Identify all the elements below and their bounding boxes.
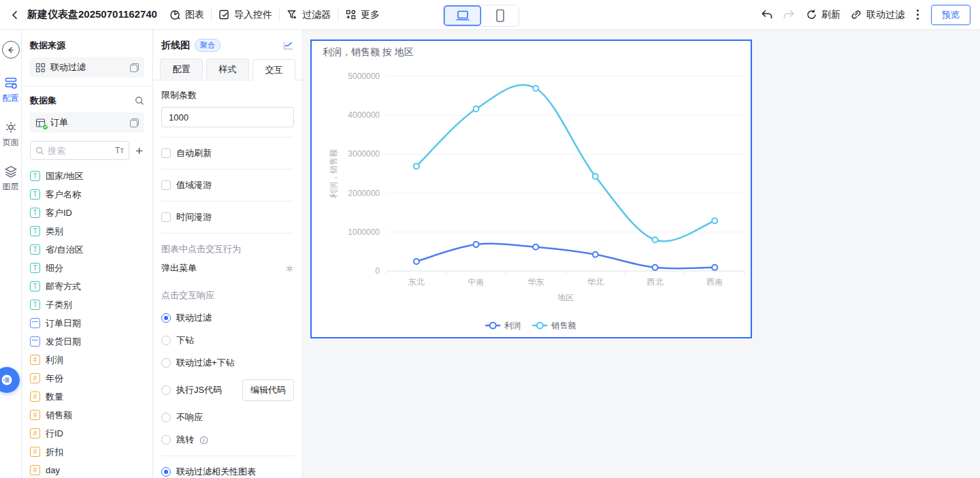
field-row[interactable]: 销售额: [30, 406, 144, 424]
field-row[interactable]: 年份: [30, 369, 144, 387]
edit-code-button[interactable]: 编辑代码: [242, 379, 294, 401]
more-button-label: 更多: [361, 9, 380, 21]
dataset-title: 数据集: [30, 95, 56, 107]
checkbox-icon[interactable]: [161, 212, 171, 222]
check-badge-icon: [42, 124, 48, 130]
linkage-filter-button[interactable]: 联动过滤: [850, 9, 904, 21]
filter-button-label: 过滤器: [302, 9, 331, 21]
field-row[interactable]: 国家/地区: [30, 167, 144, 185]
text-field-icon: [30, 300, 40, 310]
data-source-item[interactable]: 联动过滤: [30, 57, 144, 78]
radio-label: 联动过滤+下钻: [176, 357, 235, 369]
more-widgets-icon: [345, 9, 357, 20]
data-source-item-label: 联动过滤: [50, 61, 125, 74]
radio-drill-down[interactable]: 下钻: [161, 334, 294, 347]
radio-linkage-plus-drill[interactable]: 联动过滤+下钻: [161, 357, 294, 369]
data-source-header: 数据来源: [30, 39, 144, 52]
refresh-button[interactable]: 刷新: [806, 9, 840, 21]
chart-button-label: 图表: [185, 9, 204, 21]
divider: [161, 137, 294, 138]
tab-interaction[interactable]: 交互: [252, 59, 295, 80]
preview-button[interactable]: 预览: [931, 5, 970, 25]
rail-item-config[interactable]: 配置: [3, 76, 19, 104]
field-row[interactable]: 客户ID: [30, 204, 144, 222]
radio-icon[interactable]: [161, 358, 171, 368]
info-icon[interactable]: [199, 436, 208, 445]
checkbox-icon[interactable]: [161, 148, 171, 158]
chart-button[interactable]: 图表: [169, 9, 204, 21]
field-row[interactable]: 数量: [30, 387, 144, 406]
field-row[interactable]: 客户名称: [30, 185, 144, 204]
line-chart[interactable]: 010000002000000300000040000005000000东北中南…: [312, 41, 751, 337]
radio-icon[interactable]: [161, 385, 171, 395]
rail-config-label: 配置: [3, 93, 19, 104]
mobile-view-toggle[interactable]: [481, 5, 519, 26]
import-widget-icon: [218, 9, 230, 20]
widget-grid-icon: [35, 63, 46, 73]
field-row[interactable]: 发货日期: [30, 332, 144, 351]
add-field-button[interactable]: +: [134, 144, 144, 157]
collapse-panel-button[interactable]: [2, 41, 20, 59]
field-row[interactable]: 子类别: [30, 296, 144, 314]
radio-jump[interactable]: 跳转: [161, 434, 294, 446]
copy-icon[interactable]: [130, 63, 139, 72]
field-row[interactable]: 利润: [30, 351, 144, 369]
kebab-menu[interactable]: [914, 8, 921, 21]
settings-panel: 折线图 聚合 配置 样式 交互 限制条数 自动刷新 值域漫游: [153, 30, 303, 478]
svg-text:华北: 华北: [587, 277, 604, 287]
auto-refresh-checkbox-row[interactable]: 自动刷新: [161, 147, 294, 159]
copy-icon[interactable]: [130, 118, 139, 127]
field-name-toggle-icon[interactable]: Tт: [115, 146, 124, 155]
back-button[interactable]: [10, 10, 20, 20]
radio-icon[interactable]: [161, 413, 171, 422]
redo-icon: [783, 9, 796, 21]
link-icon: [850, 9, 862, 20]
dashboard-canvas[interactable]: 利润，销售额 按 地区 0100000020000003000000400000…: [303, 30, 980, 478]
field-row[interactable]: day: [30, 461, 144, 478]
limit-input[interactable]: [161, 107, 294, 127]
radio-icon[interactable]: [161, 435, 171, 445]
table-icon: [35, 118, 46, 128]
value-roam-label: 值域漫游: [176, 179, 212, 191]
data-source-title: 数据来源: [30, 39, 65, 52]
radio-linkage-filter[interactable]: 联动过滤: [161, 312, 294, 324]
field-search-input[interactable]: [48, 146, 112, 156]
checkbox-icon[interactable]: [161, 180, 171, 190]
dataset-item[interactable]: 订单: [30, 112, 144, 133]
radio-icon[interactable]: [161, 467, 171, 477]
value-roam-checkbox-row[interactable]: 值域漫游: [161, 179, 294, 191]
field-row[interactable]: 邮寄方式: [30, 277, 144, 296]
divider: [22, 86, 152, 86]
undo-button[interactable]: [760, 9, 773, 21]
import-widget-button[interactable]: 导入控件: [218, 9, 272, 21]
gear-icon[interactable]: [285, 264, 294, 273]
search-icon[interactable]: [135, 96, 144, 106]
field-row[interactable]: 细分: [30, 259, 144, 277]
field-search-box[interactable]: Tт: [30, 141, 129, 160]
radio-linkage-related-charts[interactable]: 联动过滤相关性图表: [161, 466, 294, 478]
field-row[interactable]: 折扣: [30, 443, 144, 461]
radio-icon[interactable]: [161, 313, 171, 323]
time-roam-checkbox-row[interactable]: 时间漫游: [161, 211, 294, 223]
line-chart-widget[interactable]: 利润，销售额 按 地区 0100000020000003000000400000…: [310, 39, 752, 338]
filter-button[interactable]: 过滤器: [287, 9, 331, 21]
radio-icon[interactable]: [161, 336, 171, 345]
search-icon: [35, 146, 44, 155]
linkage-filter-label: 联动过滤: [866, 9, 904, 21]
rail-item-layer[interactable]: 图层: [3, 165, 19, 193]
line-chart-type-icon[interactable]: [282, 39, 294, 51]
field-row[interactable]: 省/自治区: [30, 240, 144, 259]
field-row[interactable]: 类别: [30, 222, 144, 240]
field-row[interactable]: 行ID: [30, 424, 144, 443]
more-button[interactable]: 更多: [345, 9, 380, 21]
radio-no-response[interactable]: 不响应: [161, 411, 294, 424]
desktop-view-toggle[interactable]: [444, 5, 481, 26]
field-row[interactable]: 订单日期: [30, 314, 144, 332]
tab-config[interactable]: 配置: [160, 59, 203, 79]
tab-style[interactable]: 样式: [206, 59, 249, 79]
radio-execute-js[interactable]: 执行JS代码 编辑代码: [161, 379, 294, 401]
radio-label: 跳转: [176, 434, 194, 446]
redo-button[interactable]: [783, 9, 796, 21]
click-behavior-row[interactable]: 弹出菜单: [161, 262, 294, 274]
rail-item-page[interactable]: 页面: [3, 121, 19, 148]
